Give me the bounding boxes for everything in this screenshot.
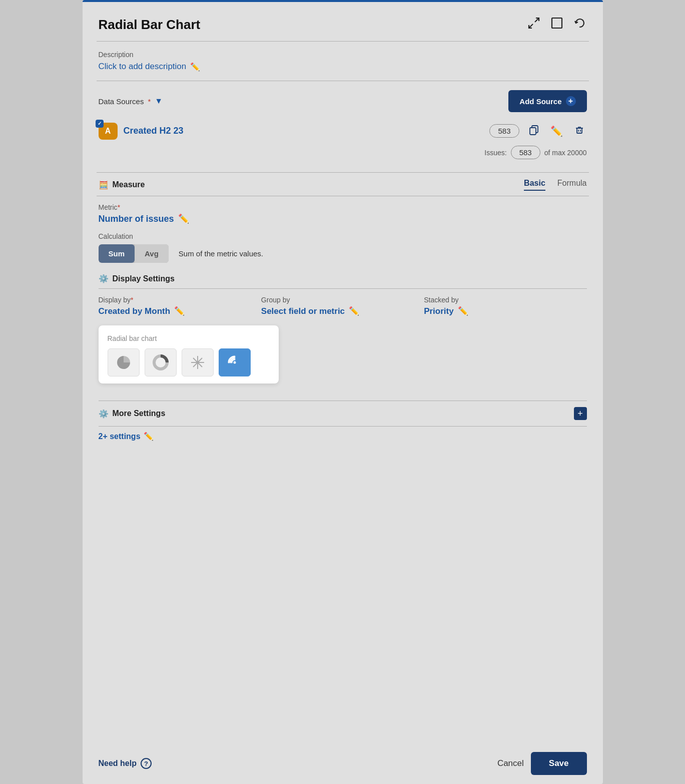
issues-max: of max 20000 bbox=[544, 149, 587, 157]
chart-selector-popup: Radial bar chart bbox=[99, 325, 279, 383]
svg-point-15 bbox=[233, 361, 236, 364]
data-sources-label: Data Sources* ▼ bbox=[99, 97, 163, 106]
description-text[interactable]: Click to add description bbox=[99, 62, 187, 72]
plus-circle-icon: + bbox=[566, 96, 576, 106]
more-settings-title: ⚙️ More Settings bbox=[99, 409, 166, 419]
description-section: Description Click to add description ✏️ bbox=[83, 42, 603, 81]
help-circle-icon: ? bbox=[141, 758, 152, 769]
minimize-icon[interactable] bbox=[527, 16, 541, 33]
display-settings-gear-icon: ⚙️ bbox=[99, 274, 109, 283]
measure-title: 🧮 Measure bbox=[99, 180, 145, 190]
source-badge: ✓ A bbox=[99, 123, 118, 140]
required-star: * bbox=[148, 97, 151, 106]
source-left: ✓ A Created H2 23 bbox=[99, 123, 184, 140]
metric-edit-icon[interactable]: ✏️ bbox=[178, 213, 189, 224]
sunburst-chart-button[interactable] bbox=[182, 348, 214, 376]
description-edit-icon[interactable]: ✏️ bbox=[190, 62, 200, 72]
check-icon: ✓ bbox=[96, 120, 104, 128]
issues-row: Issues: 583 of max 20000 bbox=[99, 144, 587, 163]
more-settings-plus-button[interactable]: + bbox=[574, 407, 587, 420]
refresh-icon[interactable] bbox=[573, 16, 587, 33]
issues-count: 583 bbox=[511, 146, 540, 159]
tab-basic[interactable]: Basic bbox=[524, 179, 545, 191]
display-by-edit-icon[interactable]: ✏️ bbox=[174, 306, 185, 316]
save-button[interactable]: Save bbox=[531, 752, 587, 775]
calculation-row: Sum Avg Sum of the metric values. bbox=[99, 244, 587, 263]
display-settings-header: ⚙️ Display Settings bbox=[99, 274, 587, 289]
calculation-description: Sum of the metric values. bbox=[179, 249, 263, 258]
header-icon-group bbox=[527, 16, 587, 33]
display-by-value[interactable]: Created by Month ✏️ bbox=[99, 306, 251, 316]
source-badge-letter: A bbox=[105, 127, 111, 136]
source-count-badge: 583 bbox=[489, 124, 519, 138]
chart-icons-row bbox=[108, 348, 270, 376]
pie-chart-button[interactable] bbox=[108, 348, 140, 376]
metric-value[interactable]: Number of issues ✏️ bbox=[99, 213, 587, 224]
tab-formula[interactable]: Formula bbox=[557, 179, 587, 191]
svg-line-1 bbox=[535, 18, 539, 22]
metric-label: Metric* bbox=[99, 203, 587, 211]
svg-point-14 bbox=[196, 361, 199, 364]
stacked-by-value[interactable]: Priority ✏️ bbox=[424, 306, 576, 316]
help-footer-section: Need help ? Cancel Save bbox=[83, 743, 603, 784]
edit-source-button[interactable]: ✏️ bbox=[548, 123, 565, 139]
metric-section: Metric* Number of issues ✏️ bbox=[83, 196, 603, 224]
svg-rect-5 bbox=[577, 128, 582, 133]
stacked-by-edit-icon[interactable]: ✏️ bbox=[458, 306, 468, 316]
stacked-by-label: Stacked by bbox=[424, 296, 576, 304]
radial-bar-chart-button[interactable] bbox=[219, 348, 251, 376]
group-by-edit-icon[interactable]: ✏️ bbox=[349, 306, 359, 316]
stacked-by-col: Stacked by Priority ✏️ bbox=[424, 296, 586, 316]
group-by-label: Group by bbox=[261, 296, 414, 304]
source-row: ✓ A Created H2 23 583 ✏️ bbox=[99, 118, 587, 144]
calculation-toggle: Sum Avg bbox=[99, 244, 169, 263]
more-settings-section: ⚙️ More Settings + 2+ settings ✏️ bbox=[83, 393, 603, 441]
description-link[interactable]: Click to add description ✏️ bbox=[99, 62, 587, 72]
modal-title: Radial Bar Chart bbox=[99, 17, 201, 33]
group-by-value[interactable]: Select field or metric ✏️ bbox=[261, 306, 414, 316]
calculation-label: Calculation bbox=[99, 232, 587, 240]
fullscreen-icon[interactable] bbox=[550, 16, 564, 33]
source-right: 583 ✏️ bbox=[489, 122, 586, 140]
description-label: Description bbox=[99, 51, 587, 59]
svg-rect-2 bbox=[552, 18, 562, 28]
display-row: Display by* Created by Month ✏️ Group by… bbox=[99, 296, 587, 316]
more-settings-header: ⚙️ More Settings + bbox=[99, 401, 587, 427]
display-by-label: Display by* bbox=[99, 296, 251, 304]
avg-button[interactable]: Avg bbox=[135, 244, 169, 263]
add-source-button[interactable]: Add Source + bbox=[508, 90, 586, 112]
more-settings-gear-icon: ⚙️ bbox=[99, 409, 109, 419]
calculation-section: Calculation Sum Avg Sum of the metric va… bbox=[83, 224, 603, 263]
measure-tabs: Basic Formula bbox=[524, 179, 586, 191]
source-name[interactable]: Created H2 23 bbox=[124, 126, 184, 136]
filter-icon[interactable]: ▼ bbox=[155, 97, 163, 106]
settings-link[interactable]: 2+ settings ✏️ bbox=[99, 432, 587, 441]
data-sources-row: Data Sources* ▼ Add Source + bbox=[99, 90, 587, 112]
measure-section: 🧮 Measure Basic Formula bbox=[83, 173, 603, 191]
donut-chart-button[interactable] bbox=[145, 348, 177, 376]
settings-link-edit-icon[interactable]: ✏️ bbox=[144, 432, 154, 441]
chart-popup-label: Radial bar chart bbox=[108, 334, 270, 342]
sum-button[interactable]: Sum bbox=[99, 244, 135, 263]
footer-buttons: Cancel Save bbox=[497, 752, 587, 775]
data-sources-section: Data Sources* ▼ Add Source + ✓ A Created… bbox=[83, 81, 603, 172]
cancel-button[interactable]: Cancel bbox=[497, 758, 524, 768]
group-by-col: Group by Select field or metric ✏️ bbox=[261, 296, 424, 316]
display-by-col: Display by* Created by Month ✏️ bbox=[99, 296, 261, 316]
display-settings-section: ⚙️ Display Settings Display by* Created … bbox=[83, 263, 603, 316]
modal-header: Radial Bar Chart bbox=[83, 2, 603, 41]
modal-container: Radial Bar Chart bbox=[83, 0, 603, 784]
issues-label: Issues: bbox=[484, 149, 506, 157]
svg-line-0 bbox=[529, 24, 533, 28]
svg-rect-4 bbox=[530, 128, 536, 135]
measure-header: 🧮 Measure Basic Formula bbox=[99, 179, 587, 191]
measure-icon: 🧮 bbox=[99, 180, 109, 190]
delete-source-button[interactable] bbox=[572, 122, 587, 140]
copy-source-button[interactable] bbox=[526, 122, 541, 140]
need-help-button[interactable]: Need help ? bbox=[99, 758, 152, 769]
